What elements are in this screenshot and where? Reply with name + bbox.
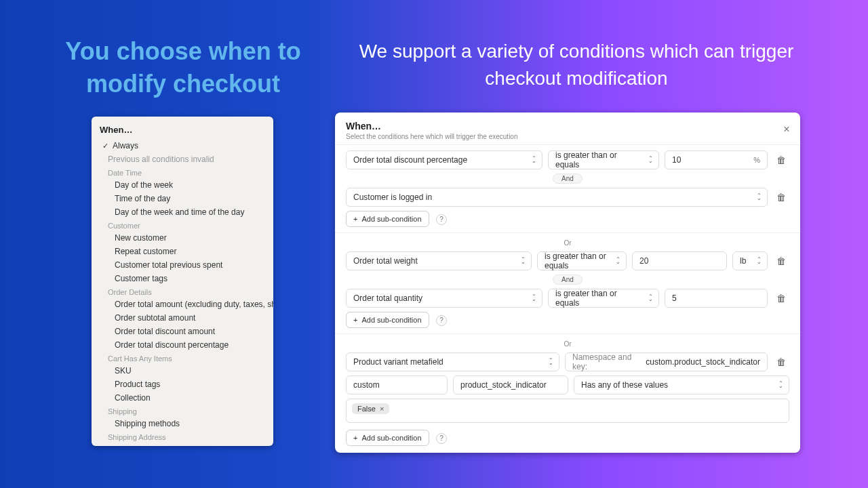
match-select[interactable]: Has any of these values	[574, 375, 789, 394]
condition-group-header: Order Details	[96, 285, 269, 298]
condition-group-header: Shipping Address	[96, 430, 269, 443]
plus-icon: +	[353, 316, 357, 324]
add-sub-condition-button[interactable]: +Add sub-condition	[346, 430, 429, 446]
value-input[interactable]: 20	[632, 251, 727, 270]
left-heading: You choose when to modify checkout	[54, 35, 312, 100]
condition-option[interactable]: Repeat customer	[96, 245, 269, 258]
section-separator	[335, 232, 800, 233]
values-tag-input[interactable]: False×	[346, 399, 789, 423]
namespace-key-input[interactable]: Namespace and key: custom.product_stock_…	[565, 352, 768, 371]
condition-group-header: Customer	[96, 219, 269, 231]
condition-row: Order total quantity is greater than or …	[346, 289, 789, 308]
builder-subtitle: Select the conditions here which will tr…	[346, 133, 789, 140]
delete-icon[interactable]: 🗑	[773, 352, 789, 371]
condition-option[interactable]: Customer total previous spent	[96, 258, 269, 272]
close-icon[interactable]: ×	[781, 125, 792, 136]
condition-option[interactable]: Order total discount amount	[96, 325, 269, 338]
condition-option[interactable]: Shipping address is empty	[96, 443, 269, 446]
value-input[interactable]: 10%	[665, 150, 768, 169]
help-icon[interactable]: ?	[436, 214, 447, 225]
condition-option[interactable]: Order subtotal amount	[96, 311, 269, 325]
value-tag: False×	[352, 403, 389, 414]
section-separator	[335, 333, 800, 334]
condition-option[interactable]: Day of the week and time of the day	[96, 205, 269, 219]
or-divider: Or	[346, 451, 789, 453]
conditions-builder-panel: When… Select the conditions here which w…	[335, 113, 800, 453]
builder-header: When… Select the conditions here which w…	[335, 113, 800, 145]
or-divider: Or	[346, 239, 789, 247]
condition-option[interactable]: Previous all conditions invalid	[96, 152, 269, 166]
condition-option[interactable]: Time of the day	[96, 192, 269, 205]
condition-option[interactable]: Order total discount percentage	[96, 338, 269, 352]
operator-select[interactable]: is greater than or equals	[548, 150, 659, 169]
and-divider: And	[346, 174, 789, 184]
help-icon[interactable]: ?	[436, 433, 447, 444]
condition-option[interactable]: New customer	[96, 231, 269, 245]
condition-row: Product variant metafield Namespace and …	[346, 352, 789, 371]
condition-option[interactable]: Shipping methods	[96, 417, 269, 430]
delete-icon[interactable]: 🗑	[773, 188, 789, 207]
condition-row: Order total discount percentage is great…	[346, 150, 789, 169]
add-sub-condition-button[interactable]: +Add sub-condition	[346, 211, 429, 227]
or-divider: Or	[346, 340, 789, 348]
condition-option[interactable]: Day of the week	[96, 178, 269, 192]
condition-option[interactable]: Always	[96, 139, 269, 152]
plus-icon: +	[353, 215, 357, 223]
condition-row: Order total weight is greater than or eq…	[346, 251, 789, 270]
operator-select[interactable]: is greater than or equals	[537, 251, 627, 270]
unit-select[interactable]: lb	[732, 251, 768, 270]
condition-select[interactable]: Customer is logged in	[346, 188, 768, 207]
condition-group-header: Shipping	[96, 405, 269, 417]
condition-group-header: Cart Has Any Items	[96, 352, 269, 364]
condition-option[interactable]: Customer tags	[96, 272, 269, 285]
builder-body: Order total discount percentage is great…	[335, 145, 800, 453]
delete-icon[interactable]: 🗑	[773, 289, 789, 308]
condition-select[interactable]: Order total quantity	[346, 289, 542, 308]
condition-picker-panel: When… AlwaysPrevious all conditions inva…	[92, 117, 273, 446]
value-input[interactable]: 5	[665, 289, 768, 308]
condition-option[interactable]: Product tags	[96, 378, 269, 391]
delete-icon[interactable]: 🗑	[773, 251, 789, 270]
right-heading: We support a variety of conditions which…	[346, 38, 807, 92]
operator-select[interactable]: is greater than or equals	[548, 289, 659, 308]
help-icon[interactable]: ?	[436, 315, 447, 326]
namespace-input[interactable]: custom	[346, 375, 448, 394]
condition-picker-list: AlwaysPrevious all conditions invalidDat…	[92, 139, 273, 446]
condition-row: Customer is logged in 🗑	[346, 188, 789, 207]
condition-select[interactable]: Order total weight	[346, 251, 532, 270]
add-sub-condition-button[interactable]: +Add sub-condition	[346, 312, 429, 328]
condition-option[interactable]: Order total amount (excluding duty, taxe…	[96, 298, 269, 311]
condition-select[interactable]: Product variant metafield	[346, 352, 559, 371]
key-input[interactable]: product_stock_indicator	[453, 375, 568, 394]
delete-icon[interactable]: 🗑	[773, 150, 789, 169]
condition-picker-title: When…	[92, 117, 273, 139]
condition-group-header: Date Time	[96, 166, 269, 178]
condition-option[interactable]: SKU	[96, 364, 269, 378]
builder-title: When…	[346, 121, 789, 131]
condition-select[interactable]: Order total discount percentage	[346, 150, 542, 169]
remove-tag-icon[interactable]: ×	[380, 405, 384, 413]
and-divider: And	[346, 274, 789, 285]
plus-icon: +	[353, 434, 357, 442]
metafield-parts-row: custom product_stock_indicator Has any o…	[346, 375, 789, 394]
condition-option[interactable]: Collection	[96, 391, 269, 405]
